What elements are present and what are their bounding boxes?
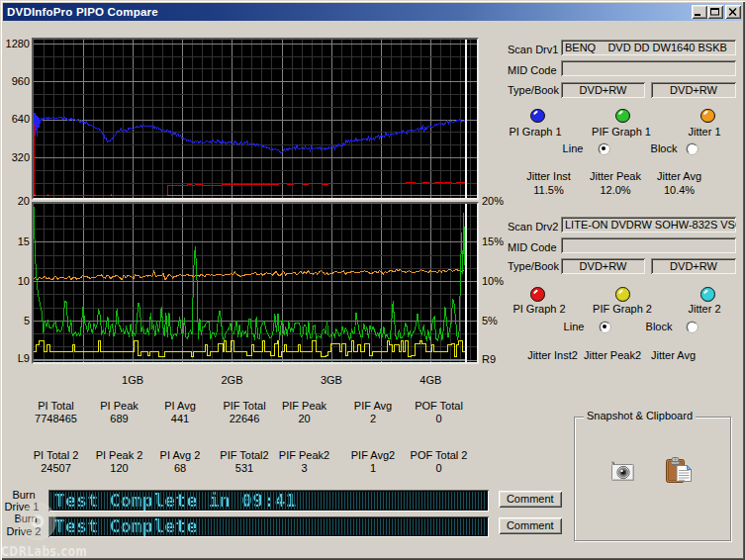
minimize-button[interactable] xyxy=(692,5,707,19)
camera-icon[interactable] xyxy=(609,460,636,483)
stat-label: PIF Peak xyxy=(282,400,326,412)
close-icon xyxy=(725,5,741,19)
comment-button-drive2[interactable]: Comment xyxy=(499,517,563,535)
jitter-avg2-label: Jitter Avg xyxy=(651,349,696,361)
pi-graph2-label: PI Graph 2 xyxy=(512,303,565,315)
stat-value: 531 xyxy=(220,462,268,474)
stat-value: 689 xyxy=(100,413,139,424)
mid-code1-field[interactable] xyxy=(561,60,736,76)
window-title: DVDInfoPro PIPO Compare xyxy=(3,6,158,18)
snapshot-clipboard-group xyxy=(574,417,731,541)
y-tick-10%: 10% xyxy=(482,275,521,287)
app-window: DVDInfoPro PIPO Compare 1280960640320201… xyxy=(0,0,745,560)
jitter-peak1-label: Jitter Peak xyxy=(590,170,641,182)
type-book2-field-b[interactable]: DVD+RW xyxy=(651,258,736,274)
pif-graph1-label: PIF Graph 1 xyxy=(592,126,651,138)
block2-radio[interactable] xyxy=(687,322,698,332)
stat-label: PIF Total2 xyxy=(220,449,268,461)
block1-radio[interactable] xyxy=(687,143,698,154)
maximize-button[interactable] xyxy=(707,5,723,19)
type-book2-field-a[interactable]: DVD+RW xyxy=(561,258,645,274)
line1-radio[interactable] xyxy=(599,143,609,154)
type-book1-field-b[interactable]: DVD+RW xyxy=(651,82,736,98)
stat-value: 1 xyxy=(351,462,395,474)
y-tick-960: 960 xyxy=(0,75,30,87)
pi-graph1-label: PI Graph 1 xyxy=(509,126,561,138)
cd-watermark xyxy=(19,503,56,540)
type-book1-value-b: DVD+RW xyxy=(670,84,717,96)
title-bar[interactable]: DVDInfoPro PIPO Compare xyxy=(3,3,742,21)
jitter-inst1-value: 11.5% xyxy=(533,184,563,196)
comment-button-label: Comment xyxy=(507,519,554,531)
minimize-icon xyxy=(692,5,707,19)
line1-label: Line xyxy=(563,142,584,154)
stat-label: PI Peak xyxy=(100,400,139,412)
clipboard-icon[interactable] xyxy=(665,456,693,484)
stat2-pof-total-2: POF Total 20 xyxy=(411,449,468,474)
status-text-drive2: Test Complete xyxy=(54,516,198,536)
stat-label: PIF Avg xyxy=(354,400,392,412)
stat2-pi-avg-2: PI Avg 268 xyxy=(160,449,201,474)
stat-value: 2 xyxy=(354,413,392,424)
jitter1-led xyxy=(700,109,715,124)
stat1-pof-total: POF Total0 xyxy=(415,400,463,424)
type-book1-field-a[interactable]: DVD+RW xyxy=(561,82,645,98)
snapshot-clipboard-title: Snapshot & Clipboard xyxy=(584,410,696,421)
status-display-drive2: Test Complete xyxy=(48,516,489,537)
scan-drv2-label: Scan Drv2 xyxy=(508,221,558,233)
mid-code1-label: MID Code xyxy=(508,64,557,76)
stat2-pi-total-2: PI Total 224507 xyxy=(34,449,79,474)
jitter-inst1-label: Jitter Inst xyxy=(526,170,571,182)
pif-graph1-led xyxy=(615,109,630,124)
x-tick-4GB: 4GB xyxy=(411,374,450,386)
series-jitter-1 xyxy=(34,269,464,280)
stat-value: 24507 xyxy=(34,462,79,474)
line2-radio[interactable] xyxy=(600,322,610,332)
stat-label: PIF Avg2 xyxy=(351,449,395,461)
y-tick-15: 15 xyxy=(0,235,30,247)
x-tick-3GB: 3GB xyxy=(312,374,351,386)
x-tick-2GB: 2GB xyxy=(213,374,252,386)
scan-drv1-field[interactable]: BENQ DVD DD DW1640 BSKB xyxy=(561,40,736,55)
stat-value: 0 xyxy=(415,413,463,424)
pif-graph2-label: PIF Graph 2 xyxy=(593,303,652,315)
comment-button-label: Comment xyxy=(507,493,554,505)
stat2-pif-avg2: PIF Avg21 xyxy=(351,449,395,474)
jitter1-label: Jitter 1 xyxy=(688,126,720,138)
stat1-pif-peak: PIF Peak20 xyxy=(282,400,326,424)
stat2-pif-peak2: PIF Peak23 xyxy=(279,449,329,474)
line2-label: Line xyxy=(564,321,585,332)
block2-label: Block xyxy=(646,321,673,332)
type-book2-value-b: DVD+RW xyxy=(670,260,717,272)
close-button[interactable] xyxy=(725,5,741,19)
scan-drv1-label: Scan Drv1 xyxy=(508,44,558,55)
jitter-avg1-label: Jitter Avg xyxy=(657,170,701,182)
scan-drv2-field[interactable]: LITE-ON DVDRW SOHW-832S VS0A xyxy=(561,217,736,233)
y-tick-640: 640 xyxy=(0,113,30,125)
pi-graph2-led xyxy=(530,287,545,302)
y-tick-20: 20 xyxy=(0,195,30,207)
maximize-icon xyxy=(707,5,723,19)
comment-button-drive1[interactable]: Comment xyxy=(499,491,563,509)
stat1-pi-avg: PI Avg441 xyxy=(164,400,196,424)
jitter-inst2-label: Jitter Inst2 xyxy=(527,349,578,361)
stat-value: 20 xyxy=(282,413,326,424)
pi-graph1-led xyxy=(530,109,545,124)
stat-value: 3 xyxy=(279,462,329,474)
scan-drv1-value: BENQ DVD DD DW1640 BSKB xyxy=(561,42,727,53)
type-book1-label: Type/Book xyxy=(508,84,559,96)
mid-code2-field[interactable] xyxy=(561,237,736,253)
y-tick-10: 10 xyxy=(0,275,30,287)
stat-label: PIF Peak2 xyxy=(279,449,329,461)
stat-label: PIF Total xyxy=(223,400,265,412)
mid-code2-label: MID Code xyxy=(508,241,557,253)
stat-label: PI Peak 2 xyxy=(96,449,143,461)
stat-value: 68 xyxy=(160,462,201,474)
y-tick-R9: R9 xyxy=(482,353,521,365)
y-tick-20%: 20% xyxy=(482,195,521,207)
stat1-pif-total: PIF Total22646 xyxy=(223,400,265,424)
pi-comparison-chart xyxy=(32,38,479,200)
y-tick-5: 5 xyxy=(0,315,30,327)
stat-label: PI Avg 2 xyxy=(160,449,201,461)
stat-value: 0 xyxy=(411,462,468,474)
